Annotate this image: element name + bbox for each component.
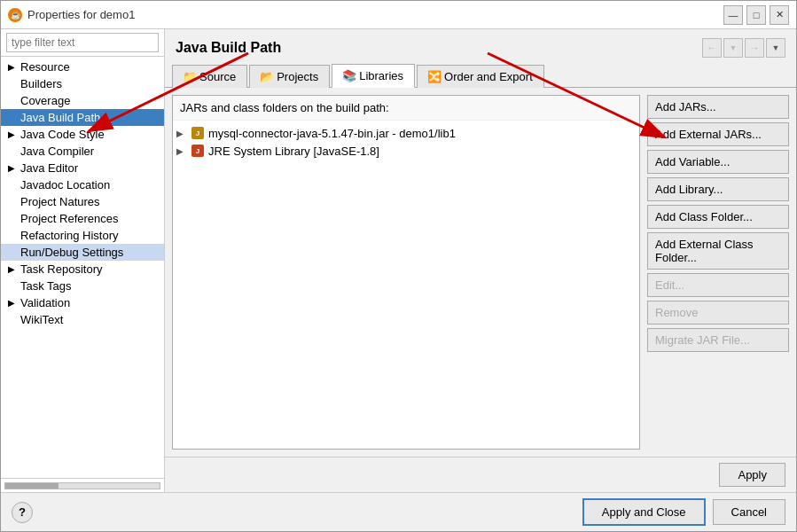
panel-nav-icons: ← ▼ → ▼ bbox=[702, 38, 785, 58]
titlebar: ☕ Properties for demo1 — □ ✕ bbox=[1, 1, 796, 29]
expand-icon-jre: ▶ bbox=[176, 146, 191, 156]
panel-title: Java Build Path bbox=[176, 40, 281, 56]
sidebar-item-java-compiler[interactable]: Java Compiler bbox=[1, 143, 164, 160]
maximize-button[interactable]: □ bbox=[746, 5, 766, 25]
libraries-tab-icon: 📚 bbox=[343, 70, 356, 82]
sidebar-filter-area bbox=[1, 29, 164, 57]
sidebar-item-project-references[interactable]: Project References bbox=[1, 210, 164, 227]
sidebar-item-label: WikiText bbox=[20, 313, 63, 326]
panel-header: Java Build Path ← ▼ → ▼ bbox=[165, 29, 796, 63]
remove-button[interactable]: Remove bbox=[647, 301, 789, 325]
window-icon: ☕ bbox=[8, 8, 22, 22]
sidebar-item-java-code-style[interactable]: ▶ Java Code Style bbox=[1, 126, 164, 143]
apply-button[interactable]: Apply bbox=[719, 463, 785, 487]
add-variable-button[interactable]: Add Variable... bbox=[647, 150, 789, 174]
tree-item-mysql-label: mysql-connector-java-5.1.47-bin.jar - de… bbox=[208, 127, 456, 140]
cancel-button[interactable]: Cancel bbox=[713, 499, 785, 525]
sidebar-item-label: Builders bbox=[20, 77, 62, 90]
jar-icon-mysql: J bbox=[191, 126, 205, 140]
sidebar-item-label: Javadoc Location bbox=[20, 178, 110, 192]
tab-projects-label: Projects bbox=[277, 70, 318, 83]
sidebar-item-task-repository[interactable]: ▶ Task Repository bbox=[1, 261, 164, 278]
sidebar: ▶ Resource Builders Coverage Java Build … bbox=[1, 29, 165, 492]
sidebar-item-label: Refactoring History bbox=[20, 229, 119, 242]
forward-dropdown[interactable]: ▼ bbox=[766, 38, 785, 58]
expand-icon: ▶ bbox=[8, 62, 19, 72]
sidebar-list: ▶ Resource Builders Coverage Java Build … bbox=[1, 57, 164, 478]
sidebar-item-label: Resource bbox=[20, 60, 70, 74]
sidebar-item-label: Java Compiler bbox=[20, 145, 94, 158]
expand-icon: ▶ bbox=[8, 129, 19, 139]
sidebar-item-refactoring-history[interactable]: Refactoring History bbox=[1, 227, 164, 244]
add-library-button[interactable]: Add Library... bbox=[647, 177, 789, 201]
edit-button[interactable]: Edit... bbox=[647, 273, 789, 297]
tree-item-mysql[interactable]: ▶ J mysql-connector-java-5.1.47-bin.jar … bbox=[173, 124, 639, 142]
tab-order-export[interactable]: 🔀 Order and Export bbox=[417, 65, 544, 88]
tab-libraries-label: Libraries bbox=[359, 69, 403, 82]
expand-icon: ▶ bbox=[8, 298, 19, 308]
sidebar-item-label: Java Build Path bbox=[20, 111, 100, 124]
sidebar-scrollbar[interactable] bbox=[4, 482, 160, 489]
back-button[interactable]: ← bbox=[702, 38, 722, 58]
sidebar-item-task-tags[interactable]: Task Tags bbox=[1, 278, 164, 294]
expand-icon: ▶ bbox=[8, 163, 19, 173]
tab-projects[interactable]: 📂 Projects bbox=[249, 65, 330, 88]
sidebar-item-java-build-path[interactable]: Java Build Path bbox=[1, 109, 164, 126]
sidebar-item-label: Coverage bbox=[20, 94, 70, 107]
add-class-folder-button[interactable]: Add Class Folder... bbox=[647, 205, 789, 229]
footer: ? Apply and Close Cancel bbox=[1, 492, 796, 531]
sidebar-item-label: Run/Debug Settings bbox=[20, 246, 123, 259]
sidebar-item-coverage[interactable]: Coverage bbox=[1, 92, 164, 109]
sidebar-item-label: Java Code Style bbox=[20, 128, 105, 141]
minimize-button[interactable]: — bbox=[723, 5, 743, 25]
sidebar-item-resource[interactable]: ▶ Resource bbox=[1, 59, 164, 75]
scrollbar-thumb bbox=[5, 483, 59, 489]
sidebar-item-label: Validation bbox=[20, 296, 70, 309]
action-buttons: Add JARs... Add External JARs... Add Var… bbox=[647, 95, 789, 450]
tab-source[interactable]: 📁 Source bbox=[172, 65, 247, 88]
sidebar-item-java-editor[interactable]: ▶ Java Editor bbox=[1, 160, 164, 176]
source-tab-icon: 📁 bbox=[184, 71, 196, 83]
forward-button[interactable]: → bbox=[745, 38, 764, 58]
content-area: JARs and class folders on the build path… bbox=[165, 88, 796, 457]
projects-tab-icon: 📂 bbox=[261, 71, 273, 83]
bottom-area: Apply bbox=[165, 457, 796, 492]
sidebar-item-project-natures[interactable]: Project Natures bbox=[1, 193, 164, 210]
tree-item-jre[interactable]: ▶ J JRE System Library [JavaSE-1.8] bbox=[173, 142, 639, 160]
sidebar-item-label: Project References bbox=[20, 212, 119, 225]
filter-input[interactable] bbox=[6, 33, 159, 52]
sidebar-item-javadoc-location[interactable]: Javadoc Location bbox=[1, 176, 164, 193]
jre-icon: J bbox=[191, 144, 205, 158]
sidebar-item-label: Project Natures bbox=[20, 195, 100, 208]
sidebar-item-builders[interactable]: Builders bbox=[1, 75, 164, 92]
window-title: Properties for demo1 bbox=[27, 8, 723, 21]
window-controls: — □ ✕ bbox=[723, 5, 789, 25]
sidebar-item-label: Task Tags bbox=[20, 279, 72, 293]
main-content: ▶ Resource Builders Coverage Java Build … bbox=[1, 29, 796, 492]
sidebar-item-wikitext[interactable]: WikiText bbox=[1, 311, 164, 328]
sidebar-scrollbar-area bbox=[1, 478, 164, 492]
tab-libraries[interactable]: 📚 Libraries bbox=[332, 64, 415, 88]
apply-and-close-button[interactable]: Apply and Close bbox=[582, 498, 706, 526]
expand-icon: ▶ bbox=[8, 264, 19, 274]
sidebar-item-run/debug-settings[interactable]: Run/Debug Settings bbox=[1, 244, 164, 261]
content-description: JARs and class folders on the build path… bbox=[173, 96, 639, 121]
sidebar-item-validation[interactable]: ▶ Validation bbox=[1, 294, 164, 311]
close-button[interactable]: ✕ bbox=[770, 5, 789, 25]
tree-area: ▶ J mysql-connector-java-5.1.47-bin.jar … bbox=[173, 121, 639, 449]
sidebar-item-label: Task Repository bbox=[20, 262, 102, 276]
order-export-tab-icon: 🔀 bbox=[428, 71, 441, 83]
content-left: JARs and class folders on the build path… bbox=[172, 95, 640, 450]
back-dropdown[interactable]: ▼ bbox=[723, 38, 743, 58]
tabs-bar: 📁 Source 📂 Projects 📚 Libraries 🔀 Order … bbox=[165, 63, 796, 88]
sidebar-item-label: Java Editor bbox=[20, 161, 78, 175]
tab-source-label: Source bbox=[199, 70, 236, 83]
tree-item-jre-label: JRE System Library [JavaSE-1.8] bbox=[208, 145, 379, 158]
add-external-jars-button[interactable]: Add External JARs... bbox=[647, 122, 789, 146]
add-jars-button[interactable]: Add JARs... bbox=[647, 95, 789, 119]
add-external-class-folder-button[interactable]: Add External Class Folder... bbox=[647, 232, 789, 270]
help-button[interactable]: ? bbox=[12, 502, 33, 523]
migrate-jar-button[interactable]: Migrate JAR File... bbox=[647, 328, 789, 352]
tab-order-export-label: Order and Export bbox=[444, 70, 533, 83]
expand-icon-mysql: ▶ bbox=[176, 129, 191, 138]
